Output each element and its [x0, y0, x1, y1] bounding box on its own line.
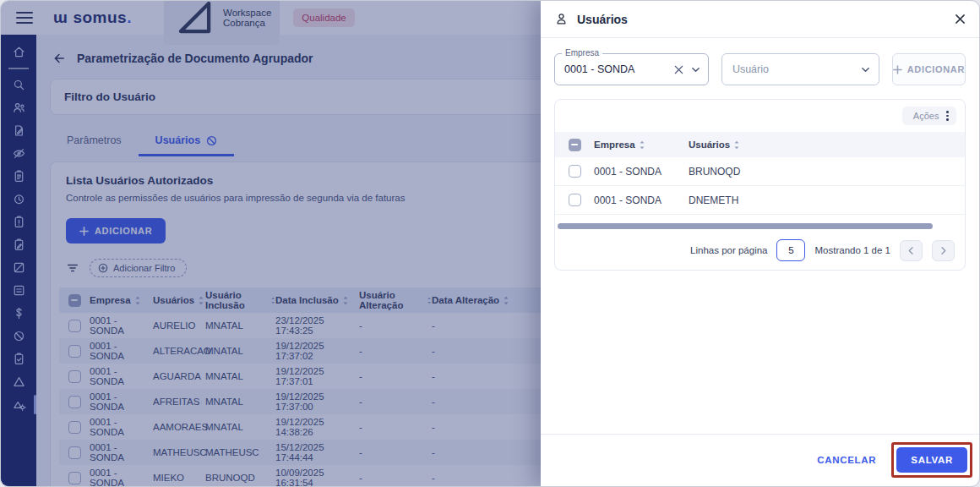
- column-header[interactable]: Empresa: [594, 140, 689, 150]
- close-icon[interactable]: [955, 14, 966, 25]
- drawer-table-card: Ações EmpresaUsuários 0001 - SONDABRUNOQ…: [554, 99, 966, 271]
- sort-icon: [733, 140, 740, 150]
- drawer-title: Usuários: [577, 13, 628, 26]
- horizontal-scrollbar[interactable]: [558, 223, 933, 229]
- kebab-icon: [946, 111, 949, 121]
- table-cell: 0001 - SONDA: [594, 194, 689, 206]
- chevron-right-icon: [939, 247, 947, 254]
- rows-per-page-input[interactable]: 5: [776, 239, 805, 261]
- checkbox[interactable]: [569, 165, 581, 178]
- pagination: Linhas por página 5 Mostrando 1 de 1: [555, 229, 965, 263]
- sort-icon: [639, 140, 645, 150]
- empresa-value: 0001 - SONDA: [564, 63, 674, 75]
- rows-per-page-label: Linhas por página: [690, 245, 767, 255]
- annotation-highlight: SALVAR: [891, 442, 972, 478]
- table-row: 0001 - SONDABRUNOQD: [555, 157, 965, 186]
- chevron-left-icon: [907, 247, 915, 254]
- usuarios-drawer: Usuários Empresa 0001 - SONDA Usuário AD…: [541, 1, 979, 486]
- next-page-button[interactable]: [932, 240, 955, 261]
- plus-icon: [893, 65, 902, 74]
- empresa-select[interactable]: Empresa 0001 - SONDA: [554, 53, 709, 85]
- showing-label: Mostrando 1 de 1: [814, 245, 890, 255]
- drawer-header: Usuários: [541, 1, 979, 38]
- person-icon: [554, 12, 569, 26]
- drawer-table-header: EmpresaUsuários: [555, 132, 965, 157]
- drawer-add-button[interactable]: ADICIONAR: [892, 53, 966, 85]
- checkbox[interactable]: [569, 139, 581, 151]
- cancel-button[interactable]: CANCELAR: [817, 455, 876, 465]
- table-cell: 0001 - SONDA: [594, 166, 689, 178]
- actions-button[interactable]: Ações: [902, 107, 956, 125]
- column-header[interactable]: Usuários: [689, 140, 965, 150]
- chevron-down-icon[interactable]: [691, 65, 700, 74]
- app-window: ɯsomus. Workspace Cobrança Qualidade Par…: [0, 0, 980, 487]
- drawer-controls: Empresa 0001 - SONDA Usuário ADICIONAR: [541, 38, 979, 85]
- usuario-placeholder: Usuário: [732, 63, 769, 75]
- empresa-label: Empresa: [562, 48, 602, 57]
- checkbox[interactable]: [569, 194, 581, 206]
- table-row: 0001 - SONDADNEMETH: [555, 186, 965, 215]
- previous-page-button[interactable]: [900, 240, 923, 261]
- usuario-select[interactable]: Usuário: [721, 53, 879, 85]
- clear-icon[interactable]: [674, 65, 683, 74]
- chevron-down-icon: [861, 65, 870, 74]
- drawer-footer: CANCELAR SALVAR: [541, 434, 979, 486]
- save-button[interactable]: SALVAR: [896, 447, 967, 473]
- drawer-table-body: 0001 - SONDABRUNOQD0001 - SONDADNEMETH: [555, 157, 965, 215]
- table-cell: BRUNOQD: [689, 166, 965, 178]
- table-cell: DNEMETH: [689, 194, 965, 206]
